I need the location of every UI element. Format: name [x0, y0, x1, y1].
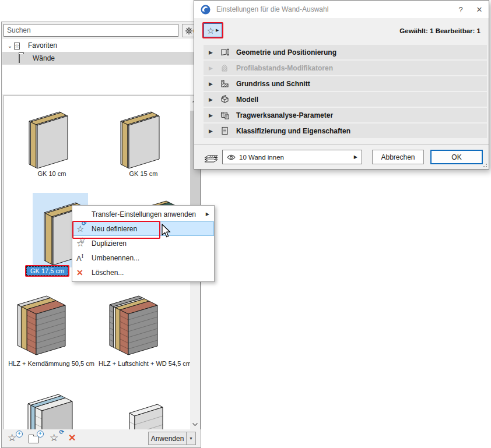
section-klassifizierung-und-eigenschaften[interactable]: ▶Klassifizierung und Eigenschaften	[204, 124, 487, 138]
delete-favorite-icon[interactable]: ✕	[68, 432, 81, 445]
tree-item-waende[interactable]: Wände	[2, 52, 200, 65]
section-modell[interactable]: ▶Modell	[204, 92, 487, 107]
wall-thumbnail[interactable]	[117, 384, 178, 430]
menu-item-transfer-einstellungen-anwenden[interactable]: Transfer-Einstellungen anwenden▶	[72, 207, 214, 221]
expand-arrow-icon: ▶	[209, 65, 215, 71]
layer-select[interactable]: 10 Wand innen ▶	[222, 150, 362, 164]
wall-thumbnail-hlz-luftschicht-wd-54-5-cm[interactable]	[101, 286, 186, 361]
tree-item-favoriten[interactable]: ⌄ ☆ Favoriten	[2, 39, 200, 52]
close-button[interactable]: ✕	[470, 1, 489, 18]
cancel-button[interactable]: Abbrechen	[372, 150, 424, 164]
apply-button[interactable]: Anwenden	[148, 432, 187, 445]
new-favorite-icon[interactable]: ☆+	[8, 432, 20, 445]
classification-icon	[219, 126, 230, 136]
chevron-down-icon[interactable]: ⌄	[6, 43, 14, 49]
section-profilabstands-modifikatoren: ▶Profilabstands-Modifikatoren	[204, 61, 487, 75]
search-input[interactable]	[3, 24, 178, 37]
section-label: Geometrie und Positionierung	[236, 48, 336, 57]
layers-icon[interactable]	[203, 150, 219, 164]
menu-item-duplizieren[interactable]: ☆Duplizieren	[72, 236, 214, 251]
apply-dropdown-arrow[interactable]: ▼	[187, 432, 196, 445]
combo-arrow-icon: ▶	[354, 154, 357, 160]
wall-label-selected[interactable]: GK 17,5 cm	[26, 266, 68, 276]
star-redefine-icon: ☆⟳	[76, 224, 92, 234]
menu-item-label: Umbenennen...	[92, 254, 139, 262]
menu-item-löschen-[interactable]: ✕Löschen...	[72, 265, 214, 280]
wall-thumbnail-hlz-kernd-mmung-50-5-cm[interactable]	[9, 286, 94, 361]
section-grundriss-und-schnitt[interactable]: ▶Grundriss und Schnitt	[204, 76, 487, 91]
delete-icon: ✕	[76, 268, 92, 277]
wall-thumbnail-gk-10-cm[interactable]	[20, 100, 84, 175]
menu-item-neu-definieren[interactable]: ☆⟳Neu definieren	[72, 221, 214, 236]
star-duplicate-icon: ☆	[76, 239, 92, 248]
dialog-title: Einstellungen für die Wand-Auswahl	[216, 5, 451, 13]
menu-item-label: Neu definieren	[92, 225, 137, 233]
scroll-down-button[interactable]	[190, 419, 200, 429]
expand-arrow-icon: ▶	[209, 128, 215, 134]
rename-icon: AI	[76, 253, 92, 263]
wall-thumbnail-gk-15-cm[interactable]	[111, 100, 176, 175]
expand-arrow-icon: ▶	[209, 112, 215, 118]
annotation-box-selected-label: GK 17,5 cm	[25, 265, 69, 277]
section-geometrie-und-positionierung[interactable]: ▶Geometrie und Positionierung	[204, 45, 487, 59]
mouse-cursor	[162, 224, 172, 239]
selection-status-text: Gewählt: 1 Bearbeitbar: 1	[399, 27, 481, 34]
structural-icon	[219, 110, 230, 120]
eye-icon	[227, 154, 236, 160]
model-icon	[219, 94, 230, 104]
wall-label[interactable]: HLZ + Luftschicht + WD 54,5 cm	[97, 359, 193, 368]
wall-thumbnail[interactable]	[21, 382, 91, 430]
section-label: Profilabstands-Modifikatoren	[236, 64, 333, 72]
favorites-root-icon: ☆	[14, 41, 24, 50]
tree-item-label: Wände	[33, 54, 55, 62]
menu-item-label: Löschen...	[92, 269, 124, 277]
wall-label[interactable]: HLZ + Kerndämmung 50,5 cm	[3, 359, 101, 368]
menu-item-label: Duplizieren	[92, 239, 127, 248]
favorites-dropdown-arrow-icon: ▶	[216, 28, 219, 33]
geometry-icon	[219, 47, 230, 57]
menu-item-label: Transfer-Einstellungen anwenden	[92, 210, 196, 218]
help-button[interactable]: ?	[451, 1, 470, 18]
gear-icon	[185, 27, 193, 35]
footer-divider	[194, 144, 489, 144]
section-label: Klassifizierung und Eigenschaften	[236, 127, 350, 135]
section-label: Grundriss und Schnitt	[236, 80, 310, 88]
favorites-tree: ⌄ ☆ Favoriten Wände	[2, 39, 200, 94]
layer-select-value: 10 Wand innen	[239, 154, 284, 161]
expand-arrow-icon: ▶	[209, 81, 215, 87]
folder-icon	[19, 54, 29, 62]
tree-item-label: Favoriten	[28, 41, 57, 50]
plan-section-icon	[219, 79, 230, 89]
submenu-arrow-icon: ▶	[206, 211, 209, 217]
section-label: Tragwerksanalyse-Parameter	[236, 111, 333, 119]
profile-icon	[219, 63, 230, 73]
star-icon: ☆	[207, 26, 215, 35]
favorites-button[interactable]: ☆ ▶	[204, 23, 222, 37]
annotation-box-favorites-button: ☆ ▶	[202, 22, 223, 38]
wall-label[interactable]: GK 15 cm	[95, 170, 192, 178]
expand-arrow-icon: ▶	[209, 97, 215, 103]
palette-bottom-toolbar: ☆++☆⟳✕ Anwenden ▼	[2, 429, 201, 447]
ok-button[interactable]: OK	[430, 150, 483, 164]
redefine-favorite-icon[interactable]: ☆⟳	[50, 432, 62, 445]
wall-label[interactable]: GK 10 cm	[3, 170, 100, 178]
section-tragwerksanalyse-parameter[interactable]: ▶Tragwerksanalyse-Parameter	[204, 108, 487, 122]
wall-settings-dialog: Einstellungen für die Wand-Auswahl ? ✕ ☆…	[194, 0, 489, 170]
dialog-titlebar[interactable]: Einstellungen für die Wand-Auswahl ? ✕	[194, 1, 489, 18]
context-menu: Transfer-Einstellungen anwenden▶☆⟳Neu de…	[72, 205, 215, 282]
expand-arrow-icon: ▶	[209, 50, 215, 55]
new-folder-icon[interactable]: +	[29, 432, 41, 445]
section-label: Modell	[236, 96, 258, 104]
resize-grip[interactable]	[482, 163, 487, 167]
menu-item-umbenennen-[interactable]: AIUmbenennen...	[72, 251, 214, 265]
archicad-logo-icon	[201, 5, 211, 15]
